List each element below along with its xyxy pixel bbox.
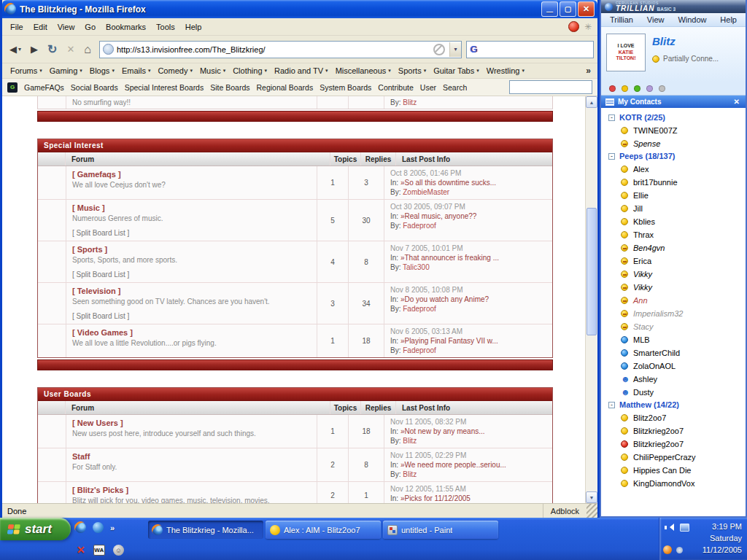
group-label[interactable]: Matthew (14/22) [619, 400, 679, 409]
start-button[interactable]: start [0, 518, 71, 540]
forum-link[interactable]: [ Sports ] [72, 245, 311, 254]
quicklaunch-overflow-chevron[interactable]: » [110, 524, 115, 532]
bookmark-clothing[interactable]: Clothing▾ [229, 66, 271, 76]
site-search-input[interactable] [509, 80, 592, 94]
contact-row[interactable]: MLB [601, 333, 746, 346]
last-post-topic-link[interactable]: »Picks for 11/12/2005 [400, 494, 471, 502]
contact-row[interactable]: Ann [601, 294, 746, 307]
avatar[interactable]: I LOVE KATIE TILTON! [606, 34, 646, 71]
quicklaunch-close-x-icon[interactable]: ✕ [77, 545, 85, 556]
menu-go[interactable]: Go [80, 21, 101, 33]
last-post-user-link[interactable]: Blitz [403, 437, 417, 445]
contact-row[interactable]: Kblies [601, 215, 746, 228]
quicklaunch-browser-icon[interactable] [93, 522, 104, 533]
menu-help[interactable]: Help [180, 21, 207, 33]
last-post-user-link[interactable]: Blitz [403, 470, 417, 478]
last-post-topic-link[interactable]: »We need more people..seriou... [400, 461, 506, 469]
contact-row[interactable]: SmarterChild [601, 346, 746, 359]
sitenav-social-boards[interactable]: Social Boards [71, 83, 118, 92]
identity-name[interactable]: Blitz [652, 35, 719, 47]
trillian-menu-help[interactable]: Help [720, 15, 737, 24]
trillian-menu-trillian[interactable]: Trillian [610, 15, 633, 24]
quicklaunch-messenger-icon[interactable]: ☺ [113, 545, 124, 556]
last-post-user-link[interactable]: Talic300 [403, 263, 430, 271]
close-button[interactable] [578, 1, 595, 17]
contact-row[interactable]: Vikky [601, 281, 746, 294]
forward-button[interactable] [27, 39, 42, 60]
protocol-dot-4[interactable] [659, 85, 665, 92]
contact-row[interactable]: ☻Ashley [601, 373, 746, 386]
menu-edit[interactable]: Edit [28, 21, 53, 33]
split-board-list-link[interactable]: [ Split Board List ] [72, 229, 311, 237]
forum-link[interactable]: [ Music ] [72, 203, 311, 212]
last-post-user-link[interactable]: Blitz [403, 98, 417, 106]
last-post-topic-link[interactable]: »Real music, anyone?? [400, 212, 477, 220]
contact-row[interactable]: Thrax [601, 228, 746, 241]
forum-link[interactable]: [ Blitz's Picks ] [72, 486, 311, 494]
group-collapse-toggle[interactable]: - [608, 153, 615, 160]
protocol-dot-0[interactable] [609, 85, 616, 92]
restore-button[interactable] [560, 1, 576, 17]
group-label[interactable]: Peeps (18/137) [619, 152, 675, 160]
contact-row[interactable]: ZolaOnAOL [601, 359, 746, 373]
contact-row[interactable]: Imperialism32 [601, 307, 746, 320]
forum-link[interactable]: [ Television ] [72, 287, 311, 295]
contact-row[interactable]: ☻Dusty [601, 386, 746, 399]
firefox-titlebar[interactable]: The Blitzkrieg - Mozilla Firefox [2, 0, 597, 18]
contact-row[interactable]: Erica [601, 254, 746, 268]
bookmark-radio-and-tv[interactable]: Radio and TV▾ [271, 66, 332, 76]
adblock-status-icon[interactable] [433, 44, 445, 55]
tray-misc-icon[interactable] [676, 547, 683, 553]
contact-row[interactable]: KingDiamondVox [601, 477, 746, 490]
forum-link[interactable]: [ Gamefaqs ] [72, 170, 311, 179]
scroll-up-button[interactable] [586, 96, 597, 108]
scrollbar-track[interactable] [586, 108, 597, 491]
protocol-dot-2[interactable] [634, 85, 640, 92]
contact-row[interactable]: ChiliPepperCrazy [601, 451, 746, 464]
contact-row[interactable]: Blitzkrieg2oo7 [601, 438, 746, 451]
last-post-topic-link[interactable]: »Playing Final Fantasy VII w... [400, 337, 498, 345]
split-board-list-link[interactable]: [ Split Board List ] [72, 271, 311, 279]
reload-button[interactable] [44, 39, 61, 60]
google-icon[interactable]: G [470, 44, 477, 55]
forum-link[interactable]: [ Video Games ] [72, 328, 311, 337]
quicklaunch-winamp-icon[interactable]: WA [93, 545, 105, 556]
split-board-list-link[interactable]: [ Split Board List ] [72, 312, 311, 320]
scrollbar-thumb[interactable] [587, 208, 597, 336]
contact-row[interactable]: Jill [601, 202, 746, 215]
contact-row[interactable]: Vikky [601, 268, 746, 281]
bookmark-gaming[interactable]: Gaming▾ [46, 66, 86, 76]
last-post-user-link[interactable]: Fadeproof [403, 305, 436, 313]
bookmark-wrestling[interactable]: Wrestling▾ [483, 66, 528, 76]
search-input[interactable] [480, 44, 590, 55]
sitenav-regional-boards[interactable]: Regional Boards [257, 83, 314, 92]
sitenav-site-boards[interactable]: Site Boards [210, 83, 249, 92]
taskbar-button-untitled-paint[interactable]: untitled - Paint [383, 521, 498, 539]
resize-grip[interactable] [587, 504, 597, 518]
sitenav-special-interest-boards[interactable]: Special Interest Boards [125, 83, 204, 92]
menu-view[interactable]: View [53, 21, 80, 33]
sitenav-contribute[interactable]: Contribute [378, 83, 413, 92]
bookmark-music[interactable]: Music▾ [196, 66, 229, 76]
last-post-topic-link[interactable]: »So all this downtime sucks... [400, 179, 496, 187]
contact-row[interactable]: Blitzkrieg2oo7 [601, 424, 746, 438]
trillian-titlebar[interactable]: CERULEAN STUDIOS TRILLIAN BASIC 3 [601, 0, 746, 13]
contact-row[interactable]: Ellie [601, 189, 746, 202]
group-collapse-toggle[interactable]: - [608, 114, 615, 121]
contact-row[interactable]: TWINE007Z [601, 124, 746, 137]
quicklaunch-firefox-icon[interactable] [75, 522, 86, 533]
sitenav-system-boards[interactable]: System Boards [320, 83, 371, 92]
bookmark-emails[interactable]: Emails▾ [118, 66, 155, 76]
group-label[interactable]: KOTR (2/25) [619, 113, 665, 122]
last-post-user-link[interactable]: ZombieMaster [403, 188, 449, 196]
contact-row[interactable]: Ben4gvn [601, 241, 746, 254]
trillian-menu-window[interactable]: Window [678, 15, 706, 24]
network-icon[interactable] [680, 524, 689, 532]
url-dropdown-button[interactable] [449, 42, 461, 57]
last-post-topic-link[interactable]: »That announcer is freaking ... [400, 254, 499, 262]
taskbar-button-alex-aim-blitz2oo7[interactable]: Alex : AIM - Blitz2oo7 [266, 521, 381, 539]
bookmark-sports[interactable]: Sports▾ [395, 66, 430, 76]
identity-status[interactable]: Partially Conne... [663, 55, 719, 63]
bookmark-comedy[interactable]: Comedy▾ [154, 66, 196, 76]
my-contacts-header[interactable]: My Contacts ✕ [601, 96, 746, 108]
